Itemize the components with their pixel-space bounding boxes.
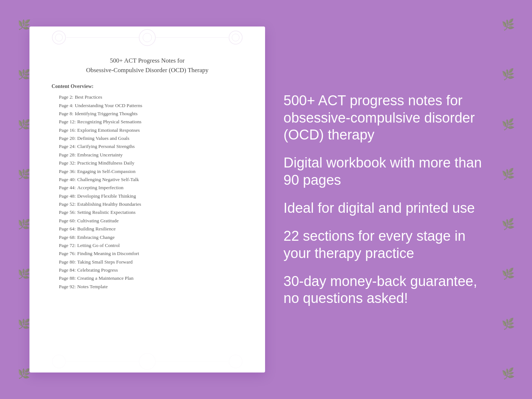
toc-page-number: Page 28: [59,152,76,158]
toc-page-number: Page 32: [59,160,76,166]
toc-title: Practicing Mindfulness Daily [77,160,134,166]
toc-title: Building Resilience [77,226,116,232]
svg-point-8 [52,355,66,368]
toc-item: Page 16:Exploring Emotional Responses [48,126,247,134]
svg-point-3 [143,33,152,42]
feature-text-4: 22 sections for every stage in your ther… [283,227,488,262]
toc-title: Identifying Triggering Thoughts [75,111,137,116]
toc-page-number: Page 24: [59,144,76,149]
toc-page-number: Page 64: [59,226,76,232]
toc-item: Page 64:Building Resilience [48,225,247,233]
toc-list: Page 2:Best PracticesPage 4:Understandin… [48,93,247,291]
svg-point-5 [232,34,239,41]
toc-title: Taking Small Steps Forward [77,259,133,265]
toc-item: Page 60:Cultivating Gratitude [48,217,247,225]
toc-page-number: Page 12: [59,119,76,124]
book-title-line2: Obsessive-Compulsive Disorder (OCD) Ther… [86,67,209,74]
main-content: 500+ ACT Progress Notes for Obsessive-Co… [0,0,532,399]
toc-page-number: Page 56: [59,209,76,215]
content-overview-label: Content Overview: [52,84,94,89]
toc-page-number: Page 2: [59,94,73,100]
toc-title: Finding Meaning in Discomfort [77,251,139,256]
toc-item: Page 32:Practicing Mindfulness Daily [48,159,247,167]
toc-title: Embracing Uncertainty [77,152,123,158]
toc-title: Notes Template [77,284,108,289]
toc-item: Page 4:Understanding Your OCD Patterns [48,101,247,109]
toc-title: Setting Realistic Expectations [77,209,135,215]
book-title-line1: 500+ ACT Progress Notes for [110,57,185,64]
svg-point-9 [139,353,155,370]
toc-page-number: Page 84: [59,267,76,273]
toc-item: Page 88:Creating a Maintenance Plan [48,274,247,282]
toc-item: Page 80:Taking Small Steps Forward [48,258,247,266]
toc-page-number: Page 52: [59,201,76,207]
toc-item: Page 12:Recognizing Physical Sensations [48,118,247,126]
toc-title: Understanding Your OCD Patterns [75,103,142,108]
feature-text-2: Digital workbook with more than 90 pages [283,154,488,188]
svg-point-1 [55,34,63,41]
toc-page-number: Page 40: [59,177,76,182]
feature-text-5: 30-day money-back guarantee, no question… [283,273,488,307]
toc-title: Celebrating Progress [77,267,118,273]
book-bottom-decoration [29,350,265,372]
book-title: 500+ ACT Progress Notes for Obsessive-Co… [86,56,209,75]
toc-page-number: Page 20: [59,135,76,141]
toc-item: Page 36:Engaging in Self-Compassion [48,167,247,175]
toc-item: Page 92:Notes Template [48,283,247,291]
toc-title: Engaging in Self-Compassion [77,169,135,174]
book-panel: 500+ ACT Progress Notes for Obsessive-Co… [29,27,265,372]
toc-item: Page 56:Setting Realistic Expectations [48,208,247,216]
toc-title: Defining Values and Goals [77,135,130,141]
toc-page-number: Page 4: [59,103,73,108]
toc-item: Page 48:Developing Flexible Thinking [48,192,247,200]
svg-point-10 [229,355,242,368]
toc-item: Page 20:Defining Values and Goals [48,134,247,142]
toc-item: Page 52:Establishing Healthy Boundaries [48,200,247,208]
toc-page-number: Page 80: [59,259,76,265]
book-title-block: 500+ ACT Progress Notes for Obsessive-Co… [86,56,209,75]
toc-item: Page 8:Identifying Triggering Thoughts [48,110,247,118]
toc-title: Accepting Imperfection [77,185,124,190]
toc-page-number: Page 88: [59,275,76,281]
toc-item: Page 72:Letting Go of Control [48,241,247,250]
toc-page-number: Page 36: [59,169,76,174]
book-top-decoration [29,27,265,49]
toc-title: Best Practices [75,94,102,100]
svg-point-2 [139,29,155,46]
toc-page-number: Page 48: [59,193,76,199]
toc-item: Page 40:Challenging Negative Self-Talk [48,176,247,184]
toc-page-number: Page 8: [59,111,73,116]
toc-title: Recognizing Physical Sensations [77,119,141,124]
toc-page-number: Page 72: [59,243,76,248]
toc-item: Page 44:Accepting Imperfection [48,184,247,192]
toc-item: Page 24:Clarifying Personal Strengths [48,142,247,151]
toc-page-number: Page 92: [59,284,76,289]
toc-page-number: Page 76: [59,251,76,256]
toc-title: Creating a Maintenance Plan [77,275,134,281]
toc-title: Challenging Negative Self-Talk [77,177,139,182]
svg-point-0 [52,31,66,44]
toc-item: Page 68:Embracing Change [48,233,247,241]
toc-page-number: Page 16: [59,127,76,133]
feature-text-1: 500+ ACT progress notes for obsessive-co… [283,92,488,143]
toc-page-number: Page 60: [59,218,76,223]
toc-page-number: Page 44: [59,185,76,190]
toc-title: Clarifying Personal Strengths [77,144,135,149]
svg-point-4 [229,31,242,44]
toc-item: Page 76:Finding Meaning in Discomfort [48,250,247,258]
toc-page-number: Page 68: [59,234,76,240]
toc-title: Embracing Change [77,234,114,240]
toc-title: Exploring Emotional Responses [77,127,140,133]
toc-title: Developing Flexible Thinking [77,193,136,199]
toc-item: Page 28:Embracing Uncertainty [48,151,247,159]
toc-item: Page 84:Celebrating Progress [48,266,247,274]
feature-text-3: Ideal for digital and printed use [283,200,488,216]
feature-text-panel: 500+ ACT progress notes for obsessive-co… [283,92,495,307]
toc-title: Cultivating Gratitude [77,218,119,223]
toc-title: Establishing Healthy Boundaries [77,201,141,207]
toc-item: Page 2:Best Practices [48,93,247,101]
toc-title: Letting Go of Control [77,243,120,248]
